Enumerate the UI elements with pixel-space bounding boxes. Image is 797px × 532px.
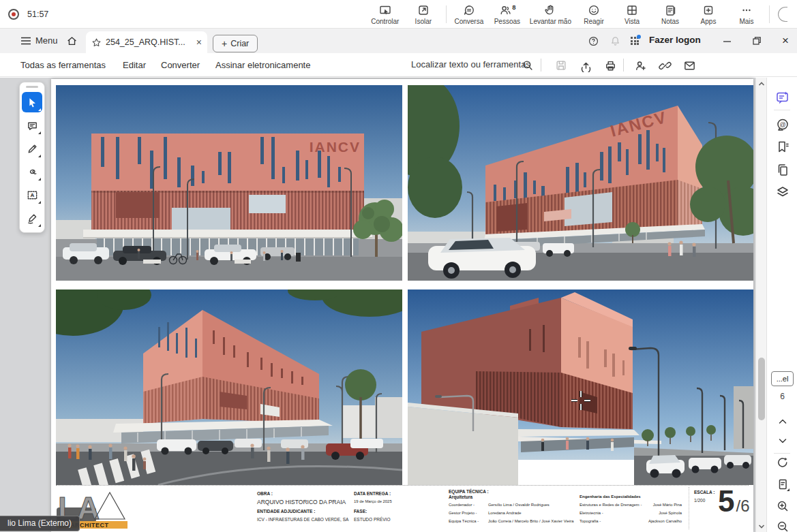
more-icon: [740, 3, 753, 17]
ai-assistant-panel-button[interactable]: [774, 89, 791, 106]
pencil-icon: [26, 142, 39, 155]
raise-hand-icon: [543, 3, 557, 17]
draw-tool-button[interactable]: [22, 161, 42, 182]
zoom-out-button[interactable]: [774, 518, 791, 532]
home-button[interactable]: [65, 35, 78, 47]
camera-button-partial[interactable]: [778, 7, 787, 22]
search-input[interactable]: Localizar texto ou ferramentas: [411, 59, 530, 69]
sign-tool-button[interactable]: [22, 208, 42, 228]
view-button[interactable]: Vista: [616, 3, 648, 25]
upload-icon[interactable]: [578, 58, 593, 73]
chat-button[interactable]: Conversa: [453, 3, 485, 25]
layers-panel-button[interactable]: [774, 183, 791, 200]
pages-panel-button[interactable]: [774, 161, 791, 178]
divider: [769, 5, 770, 23]
next-page-button[interactable]: [774, 432, 791, 449]
hamburger-icon: [20, 36, 31, 46]
plus-icon: +: [222, 38, 227, 49]
engenharia-row: Topografia -Ajackson Carvalho: [580, 519, 682, 523]
link-icon[interactable]: [657, 58, 672, 73]
comments-panel-button[interactable]: @: [774, 116, 791, 133]
notes-button[interactable]: Notas: [655, 3, 686, 25]
email-icon[interactable]: [682, 58, 697, 73]
close-window-button[interactable]: ×: [772, 29, 797, 53]
divider: [623, 59, 624, 72]
people-icon: [498, 3, 512, 17]
vertical-scrollbar[interactable]: [755, 78, 766, 532]
divider: [774, 110, 790, 110]
previous-page-button[interactable]: [774, 413, 791, 430]
minimize-button[interactable]: [713, 29, 740, 53]
page-number-input[interactable]: ...el: [771, 371, 794, 386]
divider: [446, 5, 447, 23]
react-button[interactable]: Reagir: [578, 3, 610, 25]
page-display-button[interactable]: [774, 475, 791, 492]
divider: [541, 59, 541, 72]
drag-handle-icon[interactable]: [26, 86, 38, 88]
create-button[interactable]: + Criar: [213, 35, 258, 52]
engenharia-row: Estruturas e Redes de Drenagem -José Már…: [580, 503, 682, 507]
rendering-street-perspective: IANCV: [408, 85, 753, 281]
popout-icon: [417, 3, 430, 17]
highlight-tool-button[interactable]: [22, 138, 42, 159]
right-sidebar: @ ...el 6: [766, 78, 797, 532]
menu-button[interactable]: Menu: [20, 35, 58, 46]
lasso-icon: [26, 166, 39, 178]
comment-icon: [26, 119, 39, 132]
text-box-tool-button[interactable]: A: [22, 185, 42, 205]
equipa-row: Coordenador -Gersílio Lima / Osvaldir Ro…: [449, 503, 550, 507]
escala-label: ESCALA :: [694, 490, 715, 495]
select-tool-button[interactable]: [22, 92, 42, 112]
scroll-down-icon[interactable]: [756, 522, 767, 531]
obra-label: OBRA :: [257, 491, 273, 496]
engenharia-label: Engenharia das Especialidades: [580, 495, 641, 499]
apps-icon: [702, 3, 715, 17]
tab-esign[interactable]: Assinar eletronicamente: [215, 53, 310, 77]
sheet-title-block: LA LIMARCHITECT OBRA : ARQUIVO HISTORICO…: [56, 485, 749, 532]
comment-tool-button[interactable]: [22, 115, 42, 136]
bookmarks-panel-button[interactable]: [774, 138, 791, 155]
zoom-in-button[interactable]: [774, 497, 791, 514]
tab-convert[interactable]: Converter: [161, 53, 200, 77]
equipa-sub: Arquitetura: [449, 495, 472, 499]
app-launcher-button[interactable]: [631, 37, 639, 45]
rotate-page-button[interactable]: [774, 454, 791, 471]
tab-edit[interactable]: Editar: [123, 53, 146, 77]
sign-in-button[interactable]: Fazer logon: [649, 35, 701, 45]
notification-dot: [637, 35, 641, 39]
star-icon[interactable]: [91, 37, 102, 48]
rendering-closeup-art: [408, 290, 753, 485]
divider: [689, 487, 689, 529]
people-count-badge: 8: [512, 3, 515, 11]
scroll-up-icon[interactable]: [756, 79, 767, 89]
bell-icon: [610, 35, 621, 47]
print-icon[interactable]: [603, 58, 618, 73]
close-tab-icon[interactable]: ×: [196, 37, 202, 47]
svg-text:A: A: [30, 192, 34, 198]
control-button[interactable]: Controlar: [370, 3, 401, 25]
text-box-icon: A: [26, 189, 39, 202]
raise-hand-button[interactable]: Levantar mão: [530, 3, 571, 25]
notifications-button[interactable]: [610, 35, 621, 47]
document-tab[interactable]: 254_25_ARQ.HIST... ×: [86, 31, 207, 53]
save-icon[interactable]: [554, 58, 569, 73]
scrollbar-thumb[interactable]: [758, 358, 765, 420]
restore-button[interactable]: [743, 29, 770, 53]
more-button[interactable]: Mais: [731, 3, 762, 25]
screen: 51:57 Controlar Isolar Conversa 8 Pessoa…: [0, 0, 797, 532]
rendering-front-elevation: IANCV: [56, 85, 402, 281]
rendering-closeup: [408, 290, 753, 485]
tab-all-tools[interactable]: Todas as ferramentas: [20, 53, 106, 77]
rendering-front-elevation-art: IANCV: [56, 85, 402, 281]
help-button[interactable]: [588, 35, 599, 47]
people-button[interactable]: 8 Pessoas: [492, 3, 523, 25]
popout-button[interactable]: Isolar: [408, 3, 439, 25]
equipa-row: Equipa Técnica -João Correia / Marcelo B…: [449, 519, 574, 523]
quick-tools-panel: A: [19, 82, 45, 233]
teams-meeting-bar: 51:57 Controlar Isolar Conversa 8 Pessoa…: [0, 0, 797, 29]
request-signatures-icon[interactable]: [633, 58, 648, 73]
search-icon[interactable]: [520, 58, 535, 73]
rendering-corner-perspective: [56, 290, 402, 485]
apps-button[interactable]: Apps: [693, 3, 724, 25]
acrobat-toolbar: Todas as ferramentas Editar Converter As…: [0, 53, 797, 77]
